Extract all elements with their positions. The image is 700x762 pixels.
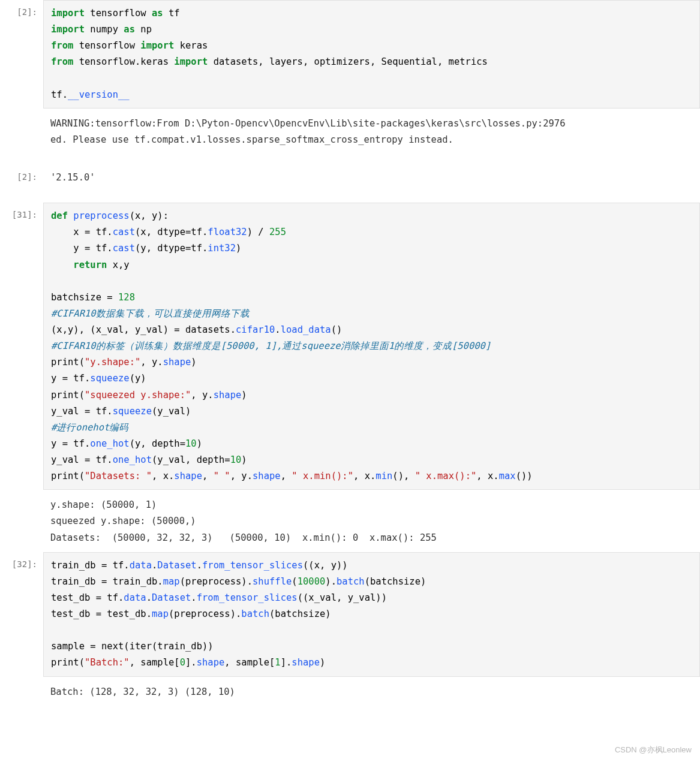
stdout: y.shape: (50000, 1) squeezed y.shape: (5…: [43, 492, 700, 549]
code-content: def preprocess(x, y): x = tf.cast(x, dty…: [51, 208, 692, 484]
output-prompt: [2]:: [0, 165, 43, 189]
output-cell: WARNING:tensorflow:From D:\Pyton-Opencv\…: [0, 111, 700, 152]
code-content: train_db = tf.data.Dataset.from_tensor_s…: [51, 558, 692, 671]
code-cell: [32]: train_db = tf.data.Dataset.from_te…: [0, 552, 700, 677]
code-input[interactable]: def preprocess(x, y): x = tf.cast(x, dty…: [43, 203, 700, 490]
output-spacer: [0, 111, 43, 152]
output-cell: Batch: (128, 32, 32, 3) (128, 10): [0, 679, 700, 704]
stdout: WARNING:tensorflow:From D:\Pyton-Opencv\…: [43, 111, 700, 152]
result-value: '2.15.0': [43, 165, 700, 189]
code-cell: [2]: import tensorflow as tf import nump…: [0, 0, 700, 109]
code-cell: [31]: def preprocess(x, y): x = tf.cast(…: [0, 203, 700, 490]
output-spacer: [0, 492, 43, 549]
code-input[interactable]: train_db = tf.data.Dataset.from_tensor_s…: [43, 552, 700, 677]
stdout: Batch: (128, 32, 32, 3) (128, 10): [43, 679, 700, 704]
input-prompt: [32]:: [0, 552, 43, 677]
result-cell: [2]: '2.15.0': [0, 165, 700, 189]
output-spacer: [0, 679, 43, 704]
input-prompt: [2]:: [0, 0, 43, 109]
output-cell: y.shape: (50000, 1) squeezed y.shape: (5…: [0, 492, 700, 549]
input-prompt: [31]:: [0, 203, 43, 490]
code-content: import tensorflow as tf import numpy as …: [51, 5, 692, 103]
code-input[interactable]: import tensorflow as tf import numpy as …: [43, 0, 700, 109]
